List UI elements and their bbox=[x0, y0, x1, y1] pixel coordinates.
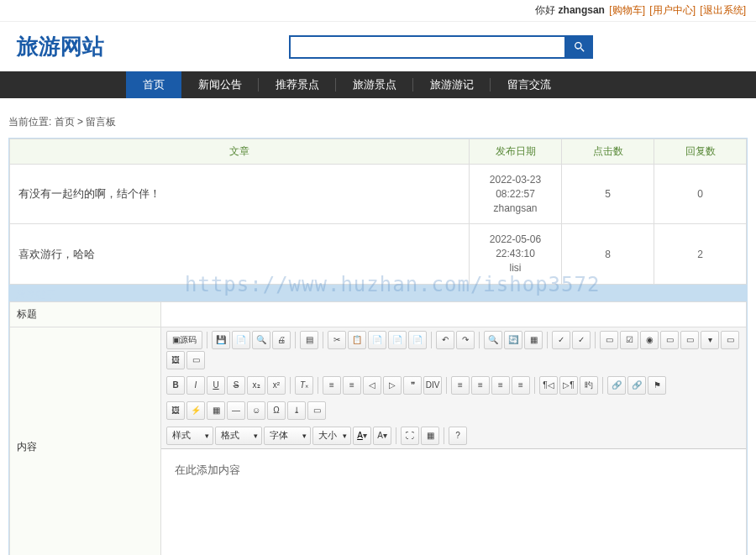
align-right-icon[interactable]: ≡ bbox=[491, 376, 510, 395]
paste-word-icon[interactable]: 📄 bbox=[408, 331, 427, 349]
scayt-icon[interactable]: ✓ bbox=[572, 331, 591, 349]
pagebreak-icon[interactable]: ⤓ bbox=[287, 401, 306, 420]
underline-icon[interactable]: U bbox=[207, 376, 225, 395]
link-icon[interactable]: 🔗 bbox=[607, 376, 626, 395]
nav-spots[interactable]: 旅游景点 bbox=[336, 71, 413, 98]
button-form-icon[interactable]: ▭ bbox=[721, 331, 739, 349]
save-icon[interactable]: 💾 bbox=[212, 331, 230, 349]
select-icon[interactable]: ▾ bbox=[701, 331, 719, 349]
nav-travel-notes[interactable]: 旅游游记 bbox=[413, 71, 491, 98]
top-bar: 你好 zhangsan [购物车] [用户中心] [退出系统] bbox=[0, 0, 756, 22]
unlink-icon[interactable]: 🔗 bbox=[627, 376, 646, 395]
language-icon[interactable]: 旳 bbox=[580, 376, 598, 395]
div-icon[interactable]: DIV bbox=[423, 376, 442, 395]
strike-icon[interactable]: S bbox=[227, 376, 245, 395]
image-button-icon[interactable]: 🖼 bbox=[166, 351, 185, 369]
show-blocks-icon[interactable]: ▦ bbox=[421, 427, 439, 445]
blockquote-icon[interactable]: ❞ bbox=[403, 376, 422, 395]
paste-text-icon[interactable]: 📄 bbox=[388, 331, 407, 349]
image-icon[interactable]: 🖼 bbox=[166, 401, 185, 420]
size-select[interactable]: 大小 bbox=[312, 427, 351, 445]
align-justify-icon[interactable]: ≡ bbox=[512, 376, 530, 395]
logout-link[interactable]: [退出系统] bbox=[700, 4, 746, 16]
styles-select[interactable]: 样式 bbox=[166, 427, 213, 445]
hidden-field-icon[interactable]: ▭ bbox=[186, 351, 205, 369]
cut-icon[interactable]: ✂ bbox=[328, 331, 346, 349]
table-row[interactable]: 喜欢游行，哈哈 2022-05-06 22:43:10 lisi 8 2 bbox=[10, 224, 747, 284]
post-clicks: 8 bbox=[562, 224, 654, 284]
post-meta: 2022-03-23 08:22:57 zhangsan bbox=[470, 165, 562, 224]
find-icon[interactable]: 🔍 bbox=[484, 331, 502, 349]
textfield-icon[interactable]: ▭ bbox=[660, 331, 679, 349]
preview-icon[interactable]: 🔍 bbox=[252, 331, 270, 349]
ltr-icon[interactable]: ¶◁ bbox=[539, 376, 558, 395]
form-icon[interactable]: ▭ bbox=[600, 331, 618, 349]
print-icon[interactable]: 🖨 bbox=[272, 331, 291, 349]
nav-home[interactable]: 首页 bbox=[126, 71, 181, 98]
source-button[interactable]: ▣ 源码 bbox=[166, 331, 202, 349]
user-center-link[interactable]: [用户中心] bbox=[649, 4, 696, 16]
table-row[interactable]: 有没有一起约的啊，结个伴！ 2022-03-23 08:22:57 zhangs… bbox=[10, 165, 747, 224]
editor-toolbar: ▣ 源码 💾 📄 🔍 🖨 ▤ ✂ 📋 bbox=[161, 327, 746, 449]
bg-color-icon[interactable]: A▾ bbox=[373, 427, 391, 445]
title-input[interactable] bbox=[161, 303, 746, 325]
textarea-icon[interactable]: ▭ bbox=[680, 331, 699, 349]
title-label: 标题 bbox=[10, 301, 161, 327]
select-all-icon[interactable]: ▦ bbox=[524, 331, 543, 349]
post-section-header: 发表帖子 bbox=[9, 285, 747, 301]
flash-icon[interactable]: ⚡ bbox=[186, 401, 205, 420]
numbered-list-icon[interactable]: ≡ bbox=[323, 376, 341, 395]
subscript-icon[interactable]: x₂ bbox=[247, 376, 265, 395]
search-input[interactable] bbox=[289, 35, 566, 59]
search-button[interactable] bbox=[566, 35, 593, 59]
rtl-icon[interactable]: ▷¶ bbox=[559, 376, 578, 395]
post-date: 2022-05-06 22:43:10 bbox=[476, 233, 554, 261]
cart-link[interactable]: [购物车] bbox=[609, 4, 645, 16]
hr-icon[interactable]: — bbox=[227, 401, 245, 420]
username-text: zhangsan bbox=[559, 4, 605, 16]
post-replies: 2 bbox=[654, 224, 747, 284]
spellcheck-icon[interactable]: ✓ bbox=[552, 331, 570, 349]
col-article: 文章 bbox=[10, 139, 470, 165]
iframe-icon[interactable]: ▭ bbox=[307, 401, 326, 420]
special-char-icon[interactable]: Ω bbox=[267, 401, 286, 420]
superscript-icon[interactable]: x² bbox=[267, 376, 286, 395]
remove-format-icon[interactable]: Tₓ bbox=[295, 376, 313, 395]
col-date: 发布日期 bbox=[470, 139, 562, 165]
align-left-icon[interactable]: ≡ bbox=[451, 376, 470, 395]
bold-icon[interactable]: B bbox=[166, 376, 185, 395]
align-center-icon[interactable]: ≡ bbox=[471, 376, 490, 395]
table-icon[interactable]: ▦ bbox=[207, 401, 225, 420]
nav-recommend[interactable]: 推荐景点 bbox=[259, 71, 336, 98]
post-form: 标题 内容 ▣ 源码 💾 📄 🔍 🖨 bbox=[9, 301, 747, 555]
font-select[interactable]: 字体 bbox=[264, 427, 311, 445]
indent-icon[interactable]: ▷ bbox=[383, 376, 402, 395]
col-replies: 回复数 bbox=[654, 139, 747, 165]
new-page-icon[interactable]: 📄 bbox=[232, 331, 250, 349]
about-icon[interactable]: ? bbox=[449, 427, 467, 445]
paste-icon[interactable]: 📄 bbox=[368, 331, 386, 349]
header: 旅游网站 bbox=[0, 22, 756, 71]
maximize-icon[interactable]: ⛶ bbox=[401, 427, 419, 445]
breadcrumb-home[interactable]: 首页 bbox=[55, 116, 75, 128]
anchor-icon[interactable]: ⚑ bbox=[648, 376, 666, 395]
undo-icon[interactable]: ↶ bbox=[436, 331, 454, 349]
smiley-icon[interactable]: ☺ bbox=[247, 401, 265, 420]
format-select[interactable]: 格式 bbox=[215, 427, 262, 445]
editor-content-area[interactable]: 在此添加内容 bbox=[161, 449, 746, 555]
redo-icon[interactable]: ↷ bbox=[456, 331, 475, 349]
radio-icon[interactable]: ◉ bbox=[640, 331, 659, 349]
template-icon[interactable]: ▤ bbox=[300, 331, 318, 349]
post-title: 有没有一起约的啊，结个伴！ bbox=[10, 165, 470, 224]
nav-messages[interactable]: 留言交流 bbox=[491, 71, 568, 98]
text-color-icon[interactable]: A▾ bbox=[353, 427, 371, 445]
post-author: lisi bbox=[476, 261, 554, 275]
nav-news[interactable]: 新闻公告 bbox=[181, 71, 259, 98]
outdent-icon[interactable]: ◁ bbox=[363, 376, 381, 395]
checkbox-icon[interactable]: ☑ bbox=[620, 331, 638, 349]
copy-icon[interactable]: 📋 bbox=[348, 331, 366, 349]
replace-icon[interactable]: 🔄 bbox=[504, 331, 522, 349]
bullet-list-icon[interactable]: ≡ bbox=[343, 376, 361, 395]
search-form bbox=[289, 35, 593, 59]
italic-icon[interactable]: I bbox=[186, 376, 205, 395]
